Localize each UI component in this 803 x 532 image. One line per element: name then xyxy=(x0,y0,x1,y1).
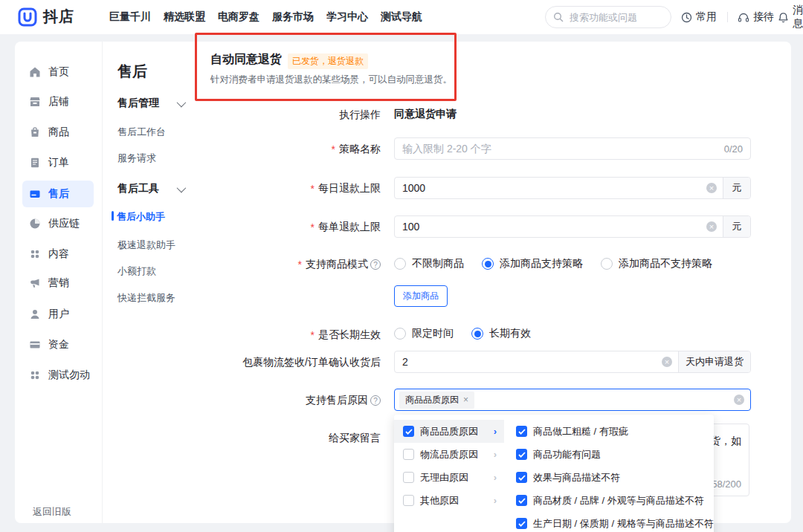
subreason-rough-workmanship[interactable]: 商品做工粗糙 / 有瑕疵 xyxy=(504,420,714,443)
home-icon xyxy=(29,66,41,78)
aftersale-reason-label: 支持售后原因? xyxy=(212,394,381,407)
topbar: 抖店 巨量千川 精选联盟 电商罗盘 服务市场 学习中心 测试导航 常用 xyxy=(0,0,803,34)
logo[interactable]: 抖店 xyxy=(18,7,74,27)
radio-unrestricted-products[interactable]: 不限制商品 xyxy=(394,257,464,270)
subreason-date-spec-mismatch[interactable]: 生产日期 / 保质期 / 规格等与商品描述不符 xyxy=(504,512,714,532)
help-question-icon[interactable]: ? xyxy=(370,259,381,270)
product-mode-label: 支持商品模式? xyxy=(212,258,381,271)
checkbox-checked-icon[interactable] xyxy=(516,472,527,483)
nav-jingxuan-lianmeng[interactable]: 精选联盟 xyxy=(162,10,207,24)
reason-category-column: 商品品质原因› 物流品质原因› 无理由原因› 其他原因› xyxy=(394,420,504,512)
clear-input-icon[interactable] xyxy=(706,221,717,232)
per-order-refund-limit-input[interactable] xyxy=(395,221,706,233)
nav-fuwu-shichang[interactable]: 服务市场 xyxy=(271,10,315,24)
aftersale-reason-select[interactable]: 商品品质原因 xyxy=(394,389,751,411)
radio-selected-icon xyxy=(471,328,483,340)
clear-select-icon[interactable] xyxy=(734,395,744,405)
submenu-item-express-intercept[interactable]: 快递拦截服务 xyxy=(117,291,175,305)
duration-label: 是否长期生效 xyxy=(212,328,381,342)
sidebar-divider xyxy=(102,42,103,523)
clear-input-icon[interactable] xyxy=(706,183,717,193)
checkbox-checked-icon[interactable] xyxy=(516,495,527,506)
sidebar-item-supply-chain[interactable]: 供应链 xyxy=(22,210,94,237)
radio-add-unsupported-products[interactable]: 添加商品不支持策略 xyxy=(601,257,712,270)
per-order-refund-limit-field: 元 xyxy=(394,215,751,238)
nav-dianshang-luopan[interactable]: 电商罗盘 xyxy=(216,10,261,24)
receipt-days-label: 包裹物流签收/订单确认收货后 xyxy=(212,356,381,369)
sidebar-item-users[interactable]: 用户 xyxy=(22,301,94,328)
subreason-function-problem[interactable]: 商品功能有问题 xyxy=(504,443,714,466)
checkbox-checked-icon[interactable] xyxy=(516,518,527,529)
strategy-name-input[interactable] xyxy=(395,143,724,155)
checkbox-unchecked-icon[interactable] xyxy=(403,472,414,483)
checkbox-unchecked-icon[interactable] xyxy=(403,495,414,506)
chevron-right-icon: › xyxy=(494,495,497,506)
radio-long-term[interactable]: 长期有效 xyxy=(471,327,531,340)
daily-refund-limit-input[interactable] xyxy=(395,182,706,194)
sidebar-item-goods[interactable]: 商品 xyxy=(22,119,94,146)
clear-input-icon[interactable] xyxy=(662,357,672,367)
radio-selected-icon xyxy=(482,258,494,270)
radio-icon xyxy=(601,258,613,270)
subreason-effect-mismatch[interactable]: 效果与商品描述不符 xyxy=(504,466,714,489)
quick-message[interactable]: 消息 xyxy=(778,0,803,34)
submenu-group-aftersale-management[interactable]: 售后管理 xyxy=(117,97,184,110)
back-to-old-version-link[interactable]: 返回旧版 xyxy=(33,505,71,519)
submenu-item-fast-refund-assistant[interactable]: 极速退款助手 xyxy=(117,239,175,252)
add-product-button[interactable]: 添加商品 xyxy=(394,285,448,307)
sidebar-item-orders[interactable]: 订单 xyxy=(22,149,94,176)
status-badge: 已发货，退货退款 xyxy=(288,53,368,69)
search-input[interactable] xyxy=(568,11,663,24)
submenu-item-workbench[interactable]: 售后工作台 xyxy=(117,126,166,139)
category-no-reason[interactable]: 无理由原因› xyxy=(394,466,504,489)
checkbox-checked-icon[interactable] xyxy=(516,426,527,437)
sidebar-item-label: 售后 xyxy=(48,187,69,201)
radio-limited-time[interactable]: 限定时间 xyxy=(394,327,454,340)
nav-xuexi-zhongxin[interactable]: 学习中心 xyxy=(325,10,370,24)
nav-ceshi-daohang[interactable]: 测试导航 xyxy=(379,10,424,24)
category-product-quality[interactable]: 商品品质原因› xyxy=(394,420,504,443)
help-question-icon[interactable]: ? xyxy=(370,395,381,406)
quick-common[interactable]: 常用 xyxy=(681,0,717,34)
global-search xyxy=(545,6,671,28)
submenu-item-aftersale-assistant[interactable]: 售后小助手 xyxy=(117,210,165,224)
quick-reception-label: 接待 xyxy=(753,10,774,24)
nav-juliang-qianchuan[interactable]: 巨量千川 xyxy=(108,10,152,24)
buyer-message-label: 给买家留言 xyxy=(212,432,381,445)
radio-icon xyxy=(394,258,406,270)
active-item-indicator xyxy=(112,211,114,221)
submenu-item-service-request[interactable]: 服务请求 xyxy=(117,152,156,165)
sidebar-item-store[interactable]: 店铺 xyxy=(22,88,94,115)
strategy-name-field: 0/20 xyxy=(394,137,751,160)
tag-close-icon[interactable] xyxy=(463,395,468,405)
quick-reception[interactable]: 接待 xyxy=(738,0,774,34)
submenu-item-small-payment[interactable]: 小额打款 xyxy=(117,265,156,278)
category-other-reason[interactable]: 其他原因› xyxy=(394,489,504,512)
goods-icon xyxy=(29,126,41,138)
receipt-days-field: 天内申请退货 xyxy=(394,351,751,373)
checkbox-checked-icon[interactable] xyxy=(403,426,414,437)
sidebar-item-home[interactable]: 首页 xyxy=(22,59,94,85)
checkbox-unchecked-icon[interactable] xyxy=(403,449,414,460)
sidebar-item-funds[interactable]: 资金 xyxy=(22,331,94,358)
subreason-material-mismatch[interactable]: 商品材质 / 品牌 / 外观等与商品描述不符 xyxy=(504,489,714,512)
chevron-right-icon: › xyxy=(494,472,497,483)
reason-subreason-column: 商品做工粗糙 / 有瑕疵 商品功能有问题 效果与商品描述不符 商品材质 / 品牌… xyxy=(504,420,714,532)
sidebar-item-aftersale[interactable]: 售后 xyxy=(22,181,94,207)
sidebar-item-test[interactable]: 测试勿动 xyxy=(22,362,94,389)
submenu-group-aftersale-tools[interactable]: 售后工具 xyxy=(117,182,184,195)
sidebar-item-marketing[interactable]: 营销 xyxy=(22,270,94,296)
sidebar-item-content[interactable]: 内容 xyxy=(22,241,94,267)
page-title: 自动同意退货 xyxy=(210,52,282,68)
content-grid-icon xyxy=(29,248,41,260)
radio-add-supported-products[interactable]: 添加商品支持策略 xyxy=(482,257,583,270)
chevron-right-icon: › xyxy=(494,449,497,460)
sidebar-item-label: 营销 xyxy=(48,276,69,290)
sidebar-item-label: 供应链 xyxy=(48,217,80,230)
quick-common-label: 常用 xyxy=(696,10,717,24)
checkbox-checked-icon[interactable] xyxy=(516,449,527,460)
sidebar-item-label: 首页 xyxy=(48,65,69,79)
supply-chain-icon xyxy=(29,218,41,230)
receipt-days-input[interactable] xyxy=(395,356,662,368)
category-logistics-quality[interactable]: 物流品质原因› xyxy=(394,443,504,466)
